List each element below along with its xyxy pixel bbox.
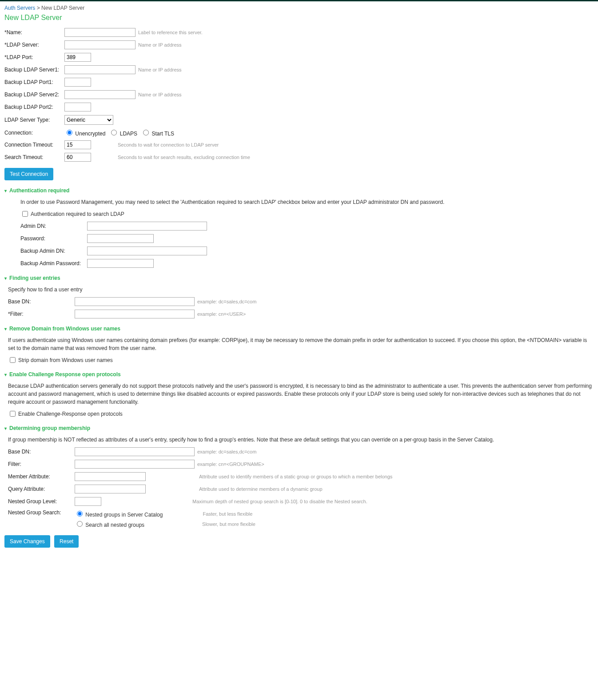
member-attribute-label: Member Attribute: [8,473,75,480]
group-base-dn-input[interactable] [75,447,195,456]
ldap-server-input[interactable] [64,40,136,49]
auth-required-checkbox-label: Authentication required to search LDAP [31,211,124,217]
page-title: New LDAP Server [4,14,594,22]
user-base-dn-input[interactable] [75,297,195,306]
backup-admin-dn-input[interactable] [87,247,207,255]
query-attribute-label: Query Attribute: [8,486,75,492]
chevron-down-icon: ▾ [4,276,7,281]
section-remove-domain-title: Remove Domain from Windows user names [9,326,120,332]
connection-radio-unencrypted-label[interactable]: Unencrypted [64,128,105,137]
nested-search-all-label[interactable]: Search all nested groups [75,520,144,528]
admin-dn-label: Admin DN: [20,223,87,229]
section-auth-required[interactable]: ▾ Authentication required [4,187,594,194]
chevron-down-icon: ▾ [4,326,7,331]
connection-label: Connection: [4,130,64,136]
test-connection-button[interactable]: Test Connection [4,168,53,180]
nested-group-level-label: Nested Group Level: [8,498,75,505]
nested-search-all-text: Search all nested groups [85,522,144,528]
auth-description: In order to use Password Management, you… [20,198,594,206]
section-challenge-response[interactable]: ▾ Enable Challenge Response open protoco… [4,371,594,378]
breadcrumb-link-auth-servers[interactable]: Auth Servers [4,5,35,11]
breadcrumb-current: New LDAP Server [41,5,84,11]
backup-port1-input[interactable] [64,78,91,87]
ldap-port-input[interactable] [64,53,91,62]
backup-admin-dn-label: Backup Admin DN: [20,248,87,254]
member-attribute-hint: Attribute used to identify members of a … [199,474,392,479]
strip-domain-checkbox-label: Strip domain from Windows user names [18,357,113,363]
admin-dn-input[interactable] [87,222,207,231]
user-filter-hint: example: cn=<USER> [197,311,246,317]
backup-server1-hint: Name or IP address [138,67,182,72]
section-finding-user-entries[interactable]: ▾ Finding user entries [4,275,594,281]
name-input[interactable] [64,28,136,37]
section-remove-domain[interactable]: ▾ Remove Domain from Windows user names [4,326,594,332]
section-auth-required-title: Authentication required [9,187,69,194]
backup-port1-label: Backup LDAP Port1: [4,79,64,85]
nested-group-search-label: Nested Group Search: [8,509,75,516]
user-filter-input[interactable] [75,310,195,318]
backup-server2-input[interactable] [64,90,136,99]
backup-admin-password-label: Backup Admin Password: [20,260,87,266]
backup-port2-label: Backup LDAP Port2: [4,104,64,110]
user-filter-label: *Filter: [8,311,75,317]
name-label: *Name: [4,29,64,36]
group-filter-hint: example: cn=<GROUPNAME> [197,461,264,467]
nested-search-catalog-radio[interactable] [77,511,83,517]
server-type-select[interactable]: Generic [64,115,113,125]
query-attribute-input[interactable] [75,485,146,493]
connection-radio-ldaps-label[interactable]: LDAPS [109,128,137,137]
strip-domain-checkbox[interactable] [10,357,16,363]
search-timeout-input[interactable] [64,153,91,162]
backup-admin-password-input[interactable] [87,259,154,268]
nested-search-all-hint: Slower, but more flexible [202,521,255,527]
backup-server1-label: Backup LDAP Server1: [4,67,64,73]
section-group-membership[interactable]: ▾ Determining group membership [4,425,594,431]
chevron-down-icon: ▾ [4,426,7,431]
backup-server1-input[interactable] [64,65,136,74]
reset-button[interactable]: Reset [54,535,79,548]
connection-opt1-text: Unencrypted [75,131,105,137]
member-attribute-input[interactable] [75,472,146,481]
nested-search-catalog-label[interactable]: Nested groups in Server Catalog [75,509,163,518]
ldap-server-label: *LDAP Server: [4,42,64,48]
user-base-dn-hint: example: dc=sales,dc=com [197,299,256,304]
connection-opt2-text: LDAPS [120,131,137,137]
connection-radio-starttls[interactable] [143,130,149,135]
group-filter-input[interactable] [75,460,195,469]
group-filter-label: Filter: [8,461,75,467]
ldap-server-hint: Name or IP address [138,42,182,48]
backup-port2-input[interactable] [64,103,91,111]
save-changes-button[interactable]: Save Changes [4,535,50,548]
connection-timeout-input[interactable] [64,140,91,149]
ldap-port-label: *LDAP Port: [4,54,64,60]
challenge-response-checkbox[interactable] [10,411,16,417]
section-challenge-response-title: Enable Challenge Response open protocols [9,371,121,378]
chevron-down-icon: ▾ [4,188,7,193]
connection-radio-ldaps[interactable] [111,130,117,135]
group-base-dn-label: Base DN: [8,449,75,455]
breadcrumb-separator: > [37,5,40,11]
password-input[interactable] [87,234,154,243]
search-timeout-label: Search Timeout: [4,154,64,160]
breadcrumb: Auth Servers > New LDAP Server [4,5,594,11]
group-base-dn-hint: example: dc=sales,dc=com [197,449,256,454]
nested-group-level-input[interactable] [75,497,101,506]
nested-search-catalog-text: Nested groups in Server Catalog [85,512,163,518]
connection-opt3-text: Start TLS [151,131,174,137]
connection-timeout-hint: Seconds to wait for connection to LDAP s… [118,142,219,147]
nested-group-level-hint: Maximum depth of nested group search is … [192,499,367,504]
name-hint: Label to reference this server. [138,30,203,35]
user-base-dn-label: Base DN: [8,298,75,305]
auth-required-checkbox[interactable] [22,211,28,217]
challenge-response-description: Because LDAP authentication servers gene… [8,382,594,406]
server-type-label: LDAP Server Type: [4,117,64,123]
query-attribute-hint: Attribute used to determine members of a… [199,486,323,492]
connection-radio-unencrypted[interactable] [67,130,72,135]
section-group-membership-title: Determining group membership [9,425,90,431]
chevron-down-icon: ▾ [4,372,7,377]
nested-search-all-radio[interactable] [77,521,83,527]
challenge-response-checkbox-label: Enable Challenge-Response open protocols [18,411,123,417]
backup-server2-label: Backup LDAP Server2: [4,91,64,98]
connection-radio-starttls-label[interactable]: Start TLS [141,128,174,137]
find-description: Specify how to find a user entry [8,286,594,294]
